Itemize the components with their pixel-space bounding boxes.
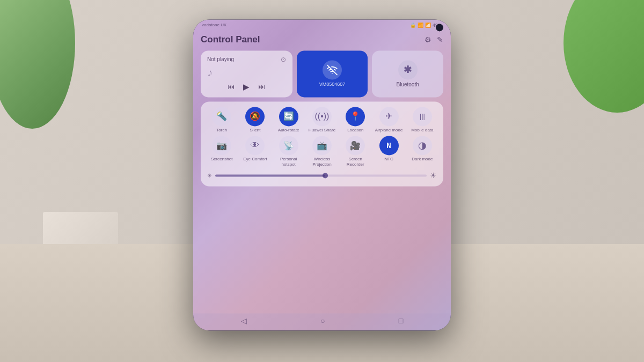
tile-hotspot[interactable]: 📡 Personal hotspot	[274, 136, 303, 167]
media-tile[interactable]: Not playing ⊙ ♪ ⏮ ▶ ⏭	[201, 50, 292, 97]
phone-screen: vodafone UK 🔒 📶 📶 49% Control Panel ⚙ ✎	[193, 19, 451, 330]
auto-rotate-label: Auto-rotate	[278, 128, 299, 133]
airplane-icon: ✈	[379, 107, 399, 126]
tile-screenshot[interactable]: 📷 Screenshot	[207, 136, 236, 162]
tile-location[interactable]: 📍 Location	[341, 107, 370, 133]
eye-comfort-icon: 👁	[245, 136, 265, 155]
brightness-fill	[215, 175, 325, 177]
control-panel-area: Control Panel ⚙ ✎ Not playing ⊙ ♪	[193, 30, 451, 313]
tile-huawei-share[interactable]: ((•)) Huawei Share	[308, 107, 336, 133]
torch-icon: 🔦	[212, 107, 231, 126]
tile-torch[interactable]: 🔦 Torch	[207, 107, 236, 133]
huawei-share-icon: ((•))	[312, 107, 332, 126]
wifi-icon	[323, 60, 342, 79]
prev-button[interactable]: ⏮	[228, 83, 235, 91]
phone-device: vodafone UK 🔒 📶 📶 49% Control Panel ⚙ ✎	[193, 19, 451, 330]
tile-mobile-data[interactable]: ||| Mobile data	[408, 107, 437, 133]
tile-auto-rotate[interactable]: 🔄 Auto-rotate	[274, 107, 303, 133]
eye-comfort-label: Eye Comfort	[243, 157, 267, 162]
status-bar: vodafone UK 🔒 📶 📶 49%	[193, 19, 451, 30]
control-panel-title: Control Panel	[201, 34, 260, 45]
music-note-icon: ♪	[207, 67, 286, 79]
tile-wireless-proj[interactable]: 📺 Wireless Projection	[308, 136, 336, 167]
location-label: Location	[347, 128, 363, 133]
next-button[interactable]: ⏭	[258, 83, 265, 91]
wireless-proj-label: Wireless Projection	[308, 157, 336, 167]
auto-rotate-icon: 🔄	[279, 107, 298, 126]
plant-left-decoration	[0, 0, 80, 161]
wireless-proj-icon: 📺	[312, 136, 332, 155]
control-panel-header: Control Panel ⚙ ✎	[201, 34, 443, 45]
quick-settings-grid: 🔦 Torch 🔕 Silent 🔄 Auto-rotate ((•)	[201, 101, 443, 187]
tile-eye-comfort[interactable]: 👁 Eye Comfort	[240, 136, 269, 162]
dark-mode-icon: ◑	[413, 136, 432, 155]
quick-row-1: 🔦 Torch 🔕 Silent 🔄 Auto-rotate ((•)	[205, 107, 439, 133]
nfc-icon: N	[379, 136, 399, 155]
signal-icon: 📶	[425, 23, 431, 28]
tile-airplane[interactable]: ✈ Airplane mode	[375, 107, 404, 133]
huawei-share-label: Huawei Share	[309, 128, 335, 133]
media-controls: ⏮ ▶ ⏭	[207, 82, 286, 92]
location-icon: 📍	[346, 107, 365, 126]
mobile-data-icon: |||	[413, 107, 432, 126]
tile-silent[interactable]: 🔕 Silent	[240, 107, 269, 133]
cast-icon[interactable]: ⊙	[281, 56, 286, 63]
play-button[interactable]: ▶	[243, 82, 250, 92]
bluetooth-icon: ✱	[398, 60, 418, 79]
brightness-min-icon: ☀	[207, 173, 212, 179]
scene: vodafone UK 🔒 📶 📶 49% Control Panel ⚙ ✎	[0, 0, 644, 362]
bluetooth-label: Bluetooth	[397, 82, 419, 87]
mobile-data-label: Mobile data	[411, 128, 433, 133]
silent-label: Silent	[250, 128, 260, 133]
media-top-row: Not playing ⊙	[207, 56, 286, 63]
brightness-control: ☀ ☀	[205, 171, 439, 182]
tile-dark-mode[interactable]: ◑ Dark mode	[408, 136, 437, 162]
header-actions: ⚙ ✎	[425, 35, 443, 44]
media-status: Not playing	[207, 56, 234, 62]
recents-button[interactable]: □	[399, 316, 403, 325]
torch-label: Torch	[216, 128, 227, 133]
brightness-slider[interactable]	[215, 175, 427, 177]
wifi-network-name: VM8504607	[319, 82, 346, 87]
carrier-label: vodafone UK	[202, 23, 226, 27]
wifi-tile[interactable]: VM8504607	[297, 50, 368, 97]
screen-recorder-label: Screen Recorder	[341, 157, 370, 167]
tile-nfc[interactable]: N NFC	[375, 136, 404, 162]
tile-screen-recorder[interactable]: 🎥 Screen Recorder	[341, 136, 370, 167]
top-tiles-row: Not playing ⊙ ♪ ⏮ ▶ ⏭	[201, 50, 443, 97]
screenshot-label: Screenshot	[211, 157, 232, 162]
edit-icon[interactable]: ✎	[437, 35, 443, 44]
brightness-max-icon: ☀	[430, 172, 437, 180]
plant-right-decoration	[537, 0, 644, 139]
quick-row-2: 📷 Screenshot 👁 Eye Comfort 📡 Personal ho…	[205, 136, 439, 167]
bluetooth-tile[interactable]: ✱ Bluetooth	[372, 50, 443, 97]
lock-icon: 🔒	[410, 23, 416, 28]
navigation-bar: ◁ ○ □	[193, 313, 451, 330]
silent-icon: 🔕	[245, 107, 265, 126]
brightness-thumb	[323, 173, 328, 179]
camera-dot	[436, 24, 443, 31]
dark-mode-label: Dark mode	[412, 157, 433, 162]
airplane-label: Airplane mode	[375, 128, 403, 133]
screen-recorder-icon: 🎥	[346, 136, 365, 155]
home-button[interactable]: ○	[320, 316, 325, 325]
wifi-signal-icon: 📶	[418, 23, 423, 28]
screenshot-icon: 📷	[212, 136, 231, 155]
hotspot-label: Personal hotspot	[274, 157, 303, 167]
settings-icon[interactable]: ⚙	[425, 35, 431, 44]
nfc-label: NFC	[384, 157, 393, 162]
back-button[interactable]: ◁	[241, 316, 247, 325]
hotspot-icon: 📡	[279, 136, 298, 155]
